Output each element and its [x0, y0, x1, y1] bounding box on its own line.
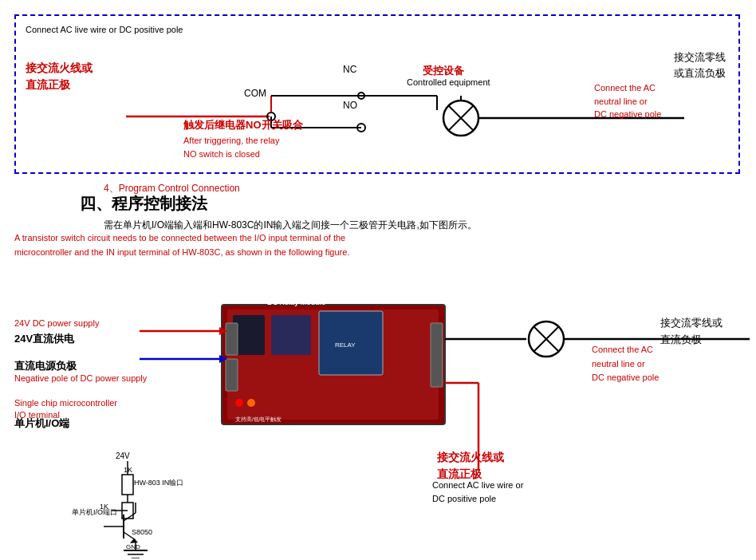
label-no: NO	[343, 100, 357, 111]
circuit-bottom-svg: RELAY L 1 Relay Module 支持高/低电平触发	[0, 287, 756, 558]
svg-point-25	[247, 399, 255, 407]
label-neutral-en-bottom: Connect the AC neutral line or DC negati…	[592, 343, 659, 385]
label-neutral-cn-bottom: 接交流零线或 直流负极	[660, 315, 723, 349]
label-live-cn-bottom: 接交流火线或 直流正极	[437, 449, 504, 483]
label-24v-cn-bottom: 24V直流供电	[14, 332, 74, 346]
desc-en: A transistor switch circuit needs to be …	[14, 231, 742, 259]
label-neutral-cn-top: 接交流零线 或直流负极	[674, 49, 726, 81]
label-neutral-en-top: Connect the AC neutral line or DC negati…	[594, 81, 661, 121]
svg-text:GND: GND	[126, 543, 140, 550]
svg-text:1K: 1K	[124, 466, 132, 474]
top-dashed-box: Connect AC live wire or DC positive pole…	[14, 14, 740, 174]
label-dcneg-cn-bottom: 直流电源负极	[14, 359, 77, 373]
label-nc: NC	[343, 64, 356, 75]
section4-title-cn: 四、程序控制接法	[80, 193, 207, 215]
svg-rect-22	[226, 359, 238, 391]
label-relay-en: After triggering, the relay NO switch is…	[183, 134, 279, 160]
desc-cn: 需在单片机I/O端输入端和HW-803C的IN输入端之间接一个三极管开关电路,如…	[104, 219, 477, 232]
svg-text:HW-803 IN输口: HW-803 IN输口	[134, 479, 183, 487]
label-com: COM	[244, 88, 266, 99]
label-controlled-cn: 受控设备	[423, 64, 464, 78]
label-ac-cn-top: 接交流火线或 直流正极	[26, 60, 93, 93]
svg-text:RELAY: RELAY	[335, 341, 356, 349]
label-relay-cn: 触发后继电器NO开关吸合	[183, 118, 303, 132]
svg-text:S8050: S8050	[132, 528, 152, 536]
svg-rect-41	[122, 475, 133, 495]
svg-rect-21	[226, 323, 238, 355]
svg-text:单片机I/O端口: 单片机I/O端口	[72, 508, 117, 516]
label-chip-cn-bottom: 单片机I/O端	[14, 416, 69, 431]
svg-text:L 1 Relay Module: L 1 Relay Module	[267, 298, 325, 306]
svg-rect-23	[431, 323, 443, 387]
svg-point-24	[235, 399, 243, 407]
svg-text:1K: 1K	[100, 503, 108, 511]
svg-text:支持高/低电平触发: 支持高/低电平触发	[235, 416, 282, 422]
label-dcneg-en-bottom: Negative pole of DC power supply	[14, 373, 147, 383]
svg-text:24V: 24V	[116, 452, 130, 460]
label-controlled-en: Controlled equipment	[407, 77, 490, 87]
page-container: Connect AC live wire or DC positive pole…	[0, 0, 756, 560]
label-ac-en-top: Connect AC live wire or DC positive pole	[26, 24, 183, 36]
svg-rect-18	[271, 315, 311, 355]
label-live-en-bottom: Connect AC live wire or DC positive pole	[432, 479, 523, 505]
label-24v-en-bottom: 24V DC power supply	[14, 317, 99, 329]
